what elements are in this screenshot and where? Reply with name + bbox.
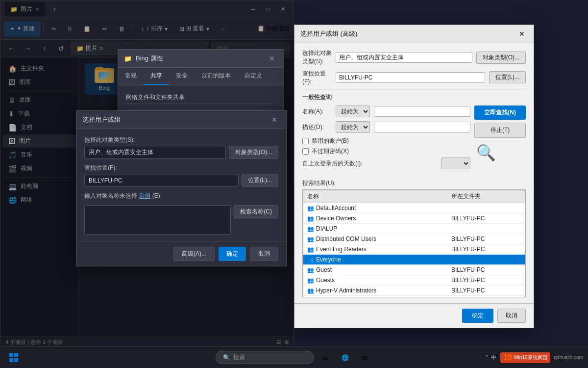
select-user-ok[interactable]: 确定 (219, 247, 246, 261)
maximize-button[interactable]: □ (261, 4, 275, 15)
sidebar-item-documents[interactable]: 📄 文档 (2, 121, 76, 134)
explorer-tab[interactable]: 📁 图片 ✕ (4, 2, 45, 16)
adv-desc-input[interactable] (374, 122, 470, 132)
minimize-button[interactable]: ─ (246, 4, 260, 15)
adv-nonexpiring-check[interactable]: 不过期密码(X) (302, 147, 470, 156)
search-now-button[interactable]: 立即查找(N) (474, 105, 526, 120)
sidebar-item-videos[interactable]: 🎬 视频 (2, 162, 76, 175)
sort-button[interactable]: ↕ ↕ 排序 ▾ (136, 22, 172, 36)
tab-close-icon[interactable]: ✕ (35, 6, 39, 12)
table-row[interactable]: 👥Device OwnersBILLYFU-PC (303, 213, 525, 224)
stop-button[interactable]: 停止(T) (474, 123, 526, 138)
sidebar-item-network[interactable]: 🌐 网络 (2, 193, 76, 207)
tab-security[interactable]: 安全 (169, 68, 195, 85)
days-label: 自上次登录后的天数(I): (302, 159, 437, 168)
new-tab-btn[interactable]: + (49, 6, 60, 13)
adv-location-button[interactable]: 位置(L)... (489, 71, 526, 83)
delete-button[interactable]: 🗑 (114, 22, 130, 36)
adv-desc-condition[interactable]: 起始为 (336, 121, 370, 133)
location-button[interactable]: 位置(L)... (242, 174, 278, 187)
results-table: 名称 所在文件夹 👥DefaultAccount👥Device OwnersBI… (303, 190, 525, 297)
taskbar-files-icon[interactable]: 🗂 (318, 350, 333, 366)
start-button[interactable] (5, 349, 23, 367)
select-user-close[interactable]: ✕ (269, 115, 280, 125)
sidebar-item-downloads[interactable]: ⬇ 下载 (2, 107, 76, 120)
more-button[interactable]: ··· (216, 22, 231, 36)
back-button[interactable]: ← (4, 42, 18, 55)
table-row[interactable]: 👥Everyone (303, 255, 525, 265)
advanced-close-button[interactable]: ✕ (516, 29, 528, 39)
refresh-button[interactable]: ↺ (54, 42, 68, 55)
sidebar-item-desktop[interactable]: 🖥 桌面 (2, 93, 76, 106)
pc-icon: 💻 (8, 183, 17, 190)
nonexpiring-checkbox[interactable] (302, 148, 309, 155)
tab-custom[interactable]: 自定义 (238, 68, 269, 85)
up-button[interactable]: ↑ (38, 42, 51, 55)
table-row[interactable]: 👥GuestsBILLYFU-PC (303, 275, 525, 286)
result-icon: 👥 (307, 277, 314, 283)
share-section-header: 网络文件和文件夹共享 (126, 93, 276, 104)
copy-button[interactable]: ⎘ (63, 22, 76, 36)
view-button[interactable]: ⊞ ⊞ 查看 ▾ (174, 22, 214, 36)
new-button[interactable]: ✦ ✦ 新建 (4, 22, 40, 36)
results-scroll[interactable]: 名称 所在文件夹 👥DefaultAccount👥Device OwnersBI… (302, 189, 526, 297)
disabled-checkbox[interactable] (302, 138, 309, 144)
network-icon: 🌐 (8, 196, 17, 204)
forward-button[interactable]: → (21, 42, 35, 55)
taskbar-browser-icon[interactable]: 🌐 (337, 350, 353, 366)
general-query-title: 一般性查询 (302, 93, 526, 102)
tab-previous[interactable]: 以前的版本 (195, 68, 238, 85)
bing-dialog-close[interactable]: ✕ (266, 53, 278, 63)
table-row[interactable]: 👥Distributed COM UsersBILLYFU-PC (303, 234, 525, 244)
advanced-button[interactable]: 高级(A)... (173, 247, 215, 261)
sidebar-item-home[interactable]: 🏠 主文件夹 (2, 62, 76, 75)
paste-button[interactable]: 📋 (78, 22, 96, 36)
advanced-ok-button[interactable]: 确定 (462, 309, 493, 323)
adv-days-select[interactable] (441, 158, 470, 169)
check-names-button[interactable]: 检查名称(C) (234, 205, 278, 218)
list-view-btn[interactable]: ☰ (276, 339, 281, 345)
sidebar-divider (4, 91, 74, 91)
result-location-cell (447, 255, 525, 265)
adv-name-row: 名称(A): 起始为 (302, 105, 470, 117)
cut-button[interactable]: ✂ (47, 22, 61, 36)
result-icon: 👥 (307, 257, 314, 263)
detail-view-btn[interactable]: 📋 详细信息 (257, 25, 290, 33)
object-type-button[interactable]: 对象类型(O)... (229, 146, 278, 159)
table-row[interactable]: 👥IIS_IUSRSBILLYFU-PC (303, 296, 525, 298)
taskbar-store-icon[interactable]: 🛍 (357, 350, 372, 366)
select-user-cancel[interactable]: 取消 (250, 247, 278, 261)
sidebar-item-gallery[interactable]: 🖼 图库 (2, 76, 76, 89)
table-row[interactable]: 👥Event Log ReadersBILLYFU-PC (303, 244, 525, 255)
sidebar-item-music[interactable]: 🎵 音乐 (2, 148, 76, 161)
adv-object-type-button[interactable]: 对象类型(O)... (476, 52, 526, 64)
adv-name-input[interactable] (374, 106, 470, 117)
document-icon: 📄 (8, 124, 17, 131)
tab-general[interactable]: 常规 (118, 68, 144, 85)
taskbar-search[interactable]: 🔍 搜索 (216, 351, 314, 364)
table-row[interactable]: 👥DefaultAccount (303, 203, 525, 213)
tab-share[interactable]: 共享 (144, 68, 169, 85)
separator2 (133, 24, 133, 34)
table-row[interactable]: 👥DIALUP (303, 224, 525, 234)
adv-disabled-check[interactable]: 禁用的账户(B) (302, 137, 470, 145)
select-user-dialog: 选择用户或组 ✕ 选择此对象类型(S): 用户、组或内置安全主体 对象类型(O)… (76, 110, 287, 266)
advanced-cancel-button[interactable]: 取消 (497, 309, 526, 323)
close-button[interactable]: ✕ (276, 4, 290, 15)
adv-object-type-input[interactable] (336, 52, 472, 63)
rename-button[interactable]: ✏ (98, 22, 112, 36)
adv-name-condition[interactable]: 起始为 (336, 105, 370, 117)
sidebar-item-this-pc[interactable]: 💻 此电脑 (2, 180, 76, 193)
grid-view-btn[interactable]: ⊞ (284, 339, 289, 345)
sidebar-item-pictures[interactable]: 🖼 图片 (2, 134, 76, 148)
advanced-footer: 确定 取消 (294, 303, 534, 328)
example-link[interactable]: 示例 (139, 192, 150, 199)
adv-location-input[interactable] (336, 72, 485, 83)
name-input[interactable] (84, 205, 231, 235)
result-name-cell: 👥DIALUP (303, 224, 447, 234)
input-name-label: 输入对象名称来选择 示例 (E): (84, 192, 278, 200)
result-icon: 👥 (307, 288, 314, 293)
table-row[interactable]: 👥Hyper-V AdministratorsBILLYFU-PC (303, 286, 525, 296)
table-row[interactable]: 👥GuestBILLYFU-PC (303, 265, 525, 275)
search-icon: 🔍 (223, 354, 230, 361)
